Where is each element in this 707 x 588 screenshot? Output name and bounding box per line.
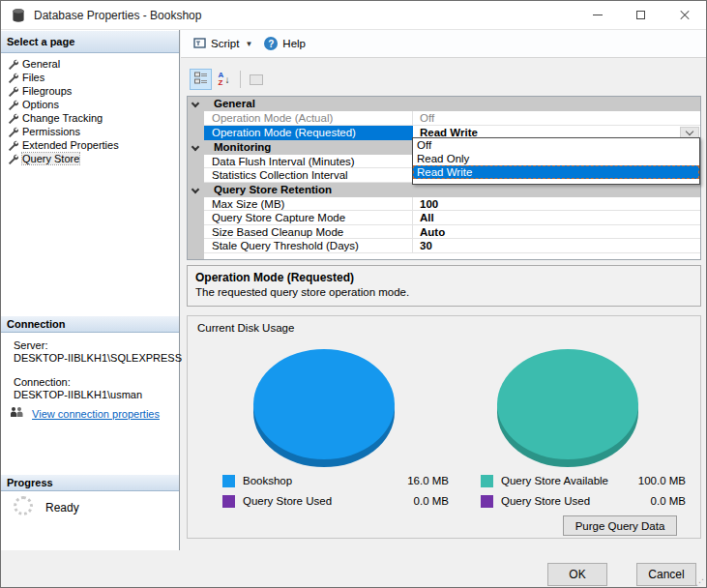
minimize-icon	[593, 15, 603, 15]
description-text: The requested query store operation mode…	[195, 286, 692, 298]
operation-mode-dropdown-list: Off Read Only Read Write	[412, 137, 700, 185]
row-max-size[interactable]: Max Size (MB) 100	[204, 197, 700, 211]
row-stale-query-threshold[interactable]: Stale Query Threshold (Days) 30	[204, 239, 700, 253]
minimize-button[interactable]	[575, 1, 619, 29]
sidebar-item-extended-properties[interactable]: Extended Properties	[1, 138, 179, 152]
property-description-panel: Operation Mode (Requested) The requested…	[187, 265, 701, 307]
help-icon: ?	[264, 37, 278, 50]
collapse-chevron-icon[interactable]	[191, 100, 199, 107]
legend-swatch-teal	[481, 475, 493, 487]
help-button[interactable]: Help	[282, 38, 306, 49]
az-sort-icon: AZ ↓	[219, 72, 230, 87]
maximize-button[interactable]	[619, 1, 663, 29]
script-button[interactable]: Script	[211, 38, 239, 49]
database-disk-usage-pie-chart	[253, 349, 395, 459]
title-bar: Database Properties - Bookshop	[1, 1, 706, 30]
row-capture-mode[interactable]: Query Store Capture Mode All	[204, 211, 700, 225]
toolbar-separator	[240, 71, 241, 88]
progress-status: Ready	[45, 501, 79, 514]
resize-grip[interactable]: ⋰	[695, 577, 704, 587]
chevron-down-icon	[686, 127, 693, 134]
dropdown-option-read-write[interactable]: Read Write	[413, 165, 699, 179]
wrench-icon	[8, 154, 18, 167]
collapse-chevron-icon[interactable]	[191, 143, 199, 151]
sidebar-item-general[interactable]: General	[1, 57, 179, 71]
sidebar-item-query-store[interactable]: Query Store	[1, 152, 179, 165]
query-store-disk-usage-pie-chart	[497, 349, 638, 459]
current-disk-usage-groupbox: Current Disk Usage Bookshop 16.0 MB Quer…	[187, 315, 701, 539]
sidebar: Select a page General Files Filegroups O…	[1, 30, 180, 550]
window-title: Database Properties - Bookshop	[34, 9, 201, 22]
dropdown-option-off[interactable]: Off	[413, 138, 699, 152]
legend-swatch-purple	[481, 495, 493, 508]
database-properties-dialog: Database Properties - Bookshop Select a …	[0, 0, 707, 588]
categorized-view-button[interactable]	[190, 69, 212, 90]
sidebar-item-permissions[interactable]: Permissions	[1, 125, 179, 138]
progress-spinner-icon	[14, 496, 33, 515]
ok-button[interactable]: OK	[547, 563, 607, 586]
row-operation-mode-actual[interactable]: Operation Mode (Actual) Off	[204, 111, 700, 126]
property-grid-toolbar: AZ ↓	[190, 69, 268, 90]
server-label: Server:	[14, 339, 47, 351]
disk-usage-title: Current Disk Usage	[197, 322, 294, 334]
view-connection-properties-link[interactable]: View connection properties	[32, 408, 160, 420]
sidebar-item-options[interactable]: Options	[1, 98, 179, 111]
category-query-store-retention[interactable]: Query Store Retention	[188, 183, 700, 197]
dropdown-option-read-only[interactable]: Read Only	[413, 152, 699, 165]
close-icon	[679, 10, 691, 21]
connection-header: Connection	[1, 316, 179, 333]
select-a-page-header: Select a page	[1, 31, 179, 53]
server-value: DESKTOP-IIBLKH1\SQLEXPRESS	[14, 352, 182, 364]
sidebar-item-files[interactable]: Files	[1, 71, 179, 84]
sidebar-item-filegroups[interactable]: Filegroups	[1, 84, 179, 98]
script-dropdown-icon[interactable]: ▼	[245, 40, 252, 48]
connection-label: Connection:	[14, 376, 71, 388]
legend-swatch-blue	[222, 475, 235, 487]
description-title: Operation Mode (Requested)	[195, 271, 692, 284]
cancel-button[interactable]: Cancel	[636, 563, 696, 586]
row-size-based-cleanup[interactable]: Size Based Cleanup Mode Auto	[204, 225, 700, 239]
alphabetical-sort-button[interactable]: AZ ↓	[213, 69, 235, 90]
categorized-icon	[194, 71, 208, 88]
legend-swatch-purple	[222, 495, 235, 508]
purge-query-data-button[interactable]: Purge Query Data	[563, 515, 677, 536]
maximize-icon	[636, 11, 645, 19]
connection-value: DESKTOP-IIBLKH1\usman	[14, 389, 142, 400]
progress-header: Progress	[1, 475, 179, 491]
property-pages-icon	[250, 74, 263, 85]
grid-gutter	[188, 97, 204, 259]
database-icon	[11, 8, 26, 27]
property-pages-button-disabled	[245, 69, 267, 90]
script-icon	[193, 37, 206, 51]
collapse-chevron-icon[interactable]	[191, 186, 199, 193]
close-button[interactable]	[663, 1, 706, 29]
sidebar-item-change-tracking[interactable]: Change Tracking	[1, 111, 179, 125]
category-general[interactable]: General	[188, 97, 700, 111]
dialog-toolbar: Script ▼ ? Help	[181, 30, 707, 58]
connection-properties-icon	[10, 408, 26, 420]
